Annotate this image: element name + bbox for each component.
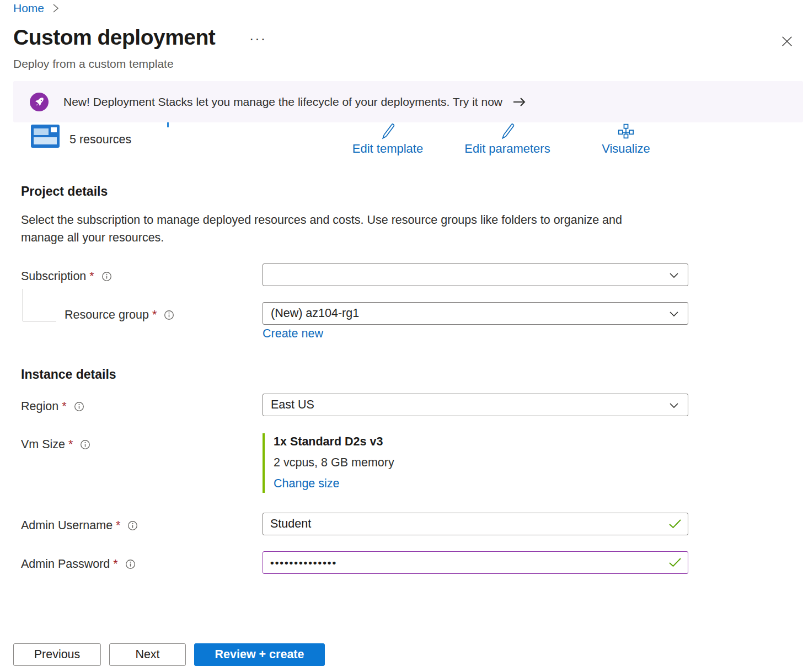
admin-password-label-text: Admin Password <box>21 557 110 571</box>
chevron-right-icon <box>52 3 60 13</box>
admin-username-label-text: Admin Username <box>21 519 113 533</box>
pencil-icon <box>379 122 397 140</box>
required-marker: * <box>68 438 73 451</box>
required-marker: * <box>113 557 117 571</box>
required-marker: * <box>62 400 66 413</box>
region-value: East US <box>271 398 314 412</box>
region-label: Region * <box>21 399 84 413</box>
more-options-ellipsis[interactable]: ··· <box>249 31 266 47</box>
chevron-down-icon <box>668 269 680 281</box>
vm-size-label-text: Vm Size <box>21 438 65 451</box>
field-connector-line <box>23 289 56 321</box>
resource-group-value: (New) az104-rg1 <box>271 307 359 320</box>
edit-parameters-button[interactable]: Edit parameters <box>451 122 564 156</box>
vm-size-label: Vm Size * <box>21 437 90 451</box>
breadcrumb: Home <box>13 2 60 15</box>
subscription-label: Subscription * <box>21 269 112 283</box>
info-icon[interactable] <box>127 520 138 531</box>
info-icon[interactable] <box>125 559 136 569</box>
create-new-link[interactable]: Create new <box>263 327 323 341</box>
pencil-icon <box>499 122 516 140</box>
arrow-right-icon[interactable] <box>512 96 527 107</box>
resource-group-label-text: Resource group <box>65 308 149 322</box>
change-size-link[interactable]: Change size <box>274 477 340 490</box>
review-create-button[interactable]: Review + create <box>194 643 325 666</box>
admin-password-input[interactable] <box>263 551 688 574</box>
admin-username-input[interactable] <box>263 513 688 535</box>
subscription-dropdown[interactable] <box>263 264 688 286</box>
chevron-down-icon <box>668 308 680 320</box>
resource-group-dropdown[interactable]: (New) az104-rg1 <box>263 302 688 325</box>
page-subtitle: Deploy from a custom template <box>13 57 174 71</box>
info-icon[interactable] <box>74 401 84 412</box>
info-icon[interactable] <box>164 310 174 320</box>
deployment-stacks-banner: New! Deployment Stacks let you manage th… <box>13 81 803 122</box>
checkmark-icon <box>668 557 682 570</box>
close-button[interactable] <box>778 32 796 51</box>
project-details-description: Select the subscription to manage deploy… <box>21 211 654 246</box>
instance-details-heading: Instance details <box>21 367 116 382</box>
edit-template-button[interactable]: Edit template <box>331 122 445 156</box>
cropped-element-artifact <box>167 122 169 127</box>
info-icon[interactable] <box>80 439 90 450</box>
required-marker: * <box>89 270 94 283</box>
resource-group-label: Resource group * <box>65 308 174 322</box>
admin-username-field-wrap <box>263 513 688 535</box>
region-dropdown[interactable]: East US <box>263 394 688 416</box>
breadcrumb-home-link[interactable]: Home <box>13 2 44 15</box>
project-details-heading: Project details <box>21 184 108 199</box>
vm-size-value-block: 1x Standard D2s v3 2 vcpus, 8 GB memory … <box>263 433 394 493</box>
region-label-text: Region <box>21 400 58 413</box>
edit-template-label: Edit template <box>352 142 423 156</box>
checkmark-icon <box>668 519 682 531</box>
resources-count: 5 resources <box>69 133 131 147</box>
required-marker: * <box>116 519 120 533</box>
banner-message[interactable]: New! Deployment Stacks let you manage th… <box>63 95 502 109</box>
rocket-icon <box>30 93 49 111</box>
visualize-label: Visualize <box>602 142 650 156</box>
previous-button[interactable]: Previous <box>13 643 101 666</box>
info-icon[interactable] <box>101 271 112 282</box>
chevron-down-icon <box>668 399 680 411</box>
admin-password-label: Admin Password * <box>21 557 136 571</box>
admin-username-label: Admin Username * <box>21 518 138 533</box>
visualize-button[interactable]: Visualize <box>569 122 683 156</box>
page-title: Custom deployment <box>13 25 215 50</box>
vm-size-title: 1x Standard D2s v3 <box>274 435 394 449</box>
close-icon <box>780 35 794 48</box>
vm-size-detail: 2 vcpus, 8 GB memory <box>274 456 394 470</box>
admin-password-field-wrap <box>263 551 688 574</box>
template-icon <box>31 125 60 150</box>
next-button[interactable]: Next <box>109 643 186 666</box>
required-marker: * <box>152 308 157 322</box>
subscription-label-text: Subscription <box>21 270 86 283</box>
edit-parameters-label: Edit parameters <box>464 142 550 156</box>
org-chart-icon <box>618 122 634 140</box>
